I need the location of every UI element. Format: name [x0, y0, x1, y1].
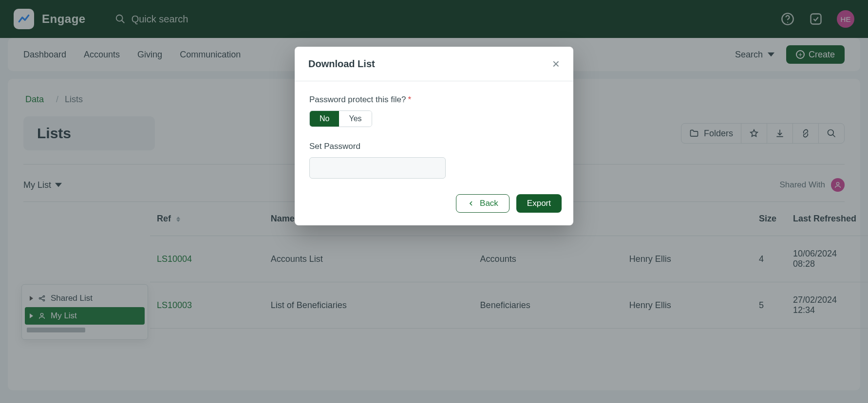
export-button[interactable]: Export [516, 194, 562, 213]
back-label: Back [480, 199, 498, 208]
back-button[interactable]: Back [456, 194, 509, 213]
toggle-no[interactable]: No [310, 111, 339, 127]
dialog-close-button[interactable]: × [552, 57, 560, 70]
export-label: Export [527, 199, 551, 208]
password-protect-toggle: No Yes [309, 110, 372, 127]
download-list-dialog: Download List × Password protect this fi… [295, 47, 573, 225]
password-protect-label: Password protect this file?* [309, 95, 559, 105]
set-password-label: Set Password [309, 142, 559, 151]
dialog-title: Download List [308, 58, 375, 70]
arrow-left-icon [467, 200, 475, 207]
set-password-input[interactable] [309, 157, 446, 179]
close-icon: × [552, 56, 560, 71]
toggle-yes[interactable]: Yes [339, 111, 371, 127]
required-indicator: * [408, 95, 411, 104]
